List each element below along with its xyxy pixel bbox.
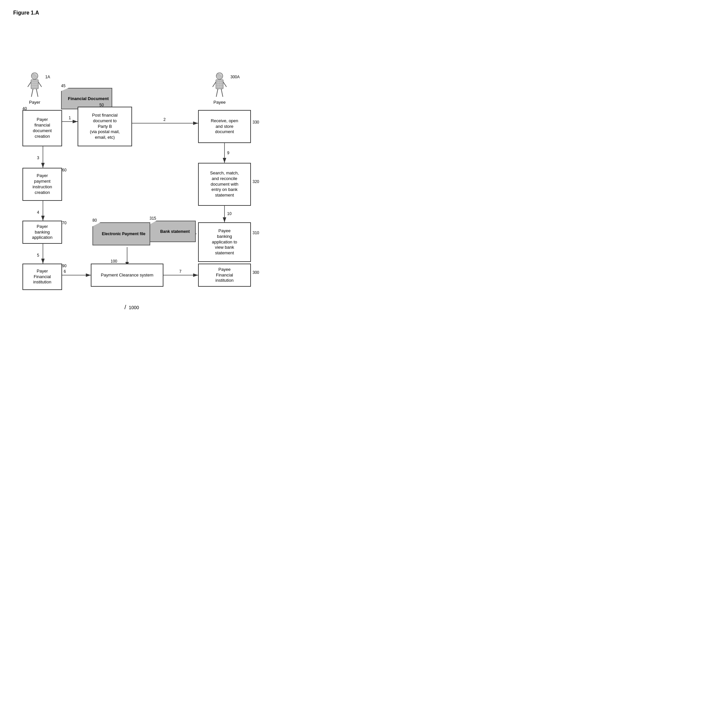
receive-doc-box: Receive, open and store document bbox=[198, 110, 251, 143]
svg-line-28 bbox=[38, 82, 41, 87]
svg-line-25 bbox=[31, 89, 33, 97]
svg-line-43 bbox=[212, 82, 216, 87]
financial-doc-label: Financial Document bbox=[68, 96, 109, 101]
payee-financial-box: Payee Financial institution bbox=[198, 264, 251, 287]
payment-clearance-id: 100 bbox=[111, 259, 117, 264]
payer-payment-box: Payer payment instruction creation bbox=[23, 168, 62, 201]
payee-banking-id: 310 bbox=[252, 231, 259, 235]
svg-line-26 bbox=[36, 89, 38, 97]
arrow-label-9: 9 bbox=[227, 151, 229, 155]
payer-banking-id: 70 bbox=[62, 221, 66, 225]
arrow-label-2: 2 bbox=[163, 117, 166, 122]
electronic-payment-id: 80 bbox=[92, 218, 97, 223]
svg-rect-17 bbox=[31, 80, 38, 89]
payee-banking-label: Payee banking application to view bank s… bbox=[212, 228, 237, 256]
payer-person-label: Payer bbox=[29, 100, 40, 105]
payer-payment-label: Payer payment instruction creation bbox=[32, 173, 52, 196]
electronic-payment-label: Electronic Payment file bbox=[102, 231, 145, 236]
bank-statement-shape: Bank statement bbox=[150, 221, 196, 242]
search-match-box: Search, match, and reconcile document wi… bbox=[198, 163, 251, 206]
payee-person: Payee bbox=[211, 72, 228, 105]
payer-person: Payer bbox=[26, 72, 43, 105]
payer-payment-id: 60 bbox=[62, 168, 66, 173]
arrow-label-3: 3 bbox=[37, 156, 39, 160]
financial-doc-shape: Financial Document bbox=[61, 88, 112, 109]
arrow-label-5: 5 bbox=[37, 253, 39, 258]
arrow-label-7: 7 bbox=[179, 269, 182, 274]
payer-financial-id: 90 bbox=[62, 264, 66, 268]
payee-financial-id: 300 bbox=[252, 270, 259, 275]
payer-financial-box: Payer Financial institution bbox=[23, 264, 62, 290]
arrow-label-6: 6 bbox=[64, 269, 66, 274]
search-match-id: 320 bbox=[252, 179, 259, 184]
electronic-payment-shape: Electronic Payment file bbox=[92, 222, 150, 245]
search-match-label: Search, match, and reconcile document wi… bbox=[210, 170, 239, 198]
payment-clearance-label: Payment Clearance system bbox=[101, 272, 154, 278]
diagram-container: 1 2 3 4 5 6 7 8 9 10 bbox=[13, 26, 284, 323]
payee-banking-box: Payee banking application to view bank s… bbox=[198, 222, 251, 262]
svg-line-44 bbox=[223, 82, 226, 87]
payer-fin-doc-id: 40 bbox=[23, 106, 27, 111]
payer-financial-label: Payer Financial institution bbox=[34, 269, 52, 285]
figure-title: Figure 1.A bbox=[13, 10, 284, 16]
arrow-label-10: 10 bbox=[227, 211, 231, 216]
svg-line-42 bbox=[221, 89, 223, 97]
payment-clearance-box: Payment Clearance system bbox=[91, 264, 163, 287]
receive-doc-label: Receive, open and store document bbox=[211, 118, 238, 135]
payee-person-label: Payee bbox=[214, 100, 226, 105]
payee-financial-label: Payee Financial institution bbox=[215, 267, 234, 284]
system-label: / 1000 bbox=[124, 304, 139, 311]
post-doc-id: 50 bbox=[99, 103, 104, 107]
svg-line-27 bbox=[28, 82, 31, 87]
svg-line-41 bbox=[216, 89, 218, 97]
payer-banking-label: Payer banking application bbox=[32, 224, 52, 241]
payer-id-tag: 1A bbox=[45, 75, 50, 79]
post-doc-label: Post financial document to Party B (via … bbox=[90, 113, 119, 141]
receive-doc-id: 330 bbox=[252, 120, 259, 124]
payer-fin-doc-box: Payer financial document creation bbox=[23, 110, 62, 146]
post-doc-box: Post financial document to Party B (via … bbox=[78, 107, 132, 146]
payer-banking-box: Payer banking application bbox=[23, 221, 62, 244]
svg-rect-33 bbox=[216, 80, 223, 89]
bank-statement-id: 315 bbox=[150, 216, 156, 221]
payer-fin-doc-label: Payer financial document creation bbox=[33, 117, 52, 139]
payee-id-tag: 300A bbox=[231, 75, 240, 79]
bank-statement-label: Bank statement bbox=[160, 229, 189, 234]
arrow-label-1: 1 bbox=[69, 116, 71, 120]
financial-doc-id: 45 bbox=[61, 84, 66, 88]
arrow-label-4: 4 bbox=[37, 210, 39, 215]
